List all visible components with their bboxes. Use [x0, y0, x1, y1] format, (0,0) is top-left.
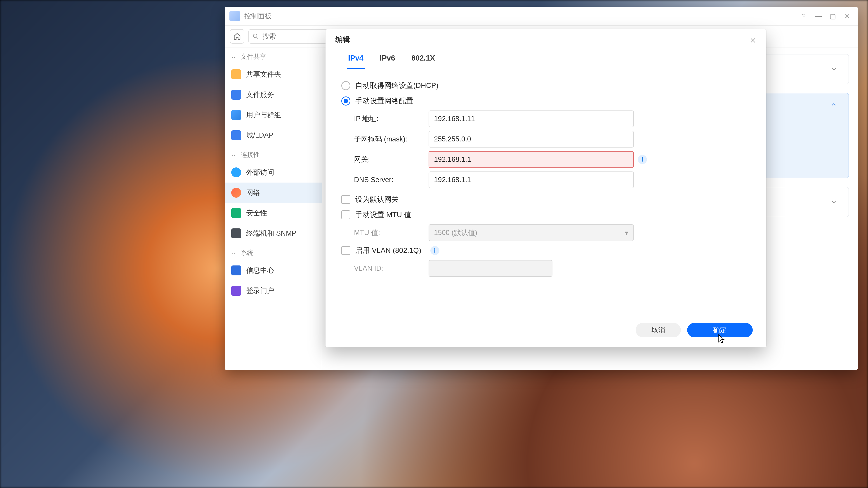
checkbox-label: 手动设置 MTU 值	[355, 210, 411, 220]
tab-8021x[interactable]: 802.1X	[410, 50, 436, 69]
radio-label: 手动设置网络配置	[355, 96, 413, 106]
checkbox-enable-vlan[interactable]: 启用 VLAN (802.1Q) i	[341, 243, 750, 258]
label-ip-address: IP 地址:	[354, 114, 429, 124]
checkbox-icon	[341, 210, 350, 219]
checkbox-icon	[341, 195, 350, 204]
modal-tabs: IPv4 IPv6 802.1X	[337, 50, 755, 69]
checkbox-manual-mtu[interactable]: 手动设置 MTU 值	[341, 207, 750, 223]
info-icon[interactable]: i	[638, 155, 647, 164]
tab-ipv4[interactable]: IPv4	[347, 50, 365, 69]
label-mtu-value: MTU 值:	[354, 228, 429, 237]
input-subnet-mask[interactable]	[429, 131, 634, 148]
radio-label: 自动取得网络设置(DHCP)	[355, 80, 438, 91]
checkbox-label: 启用 VLAN (802.1Q)	[355, 246, 421, 256]
chevron-down-icon: ▾	[625, 229, 628, 237]
input-gateway[interactable]	[429, 151, 634, 168]
label-subnet-mask: 子网掩码 (mask):	[354, 134, 429, 144]
edit-network-modal: 编辑 IPv4 IPv6 802.1X 自动取得网络设置(DHCP) 手动设置网…	[326, 29, 766, 347]
ok-button[interactable]: 确定	[687, 323, 753, 337]
tab-ipv6[interactable]: IPv6	[378, 50, 397, 69]
checkbox-default-gateway[interactable]: 设为默认网关	[341, 192, 750, 207]
input-ip-address[interactable]	[429, 110, 634, 127]
info-icon[interactable]: i	[430, 246, 439, 255]
label-dns-server: DNS Server:	[354, 176, 429, 184]
modal-body: 自动取得网络设置(DHCP) 手动设置网络配置 IP 地址: 子网掩码 (mas…	[326, 69, 766, 318]
modal-header: 编辑	[326, 29, 766, 50]
modal-overlay: 编辑 IPv4 IPv6 802.1X 自动取得网络设置(DHCP) 手动设置网…	[0, 0, 868, 488]
select-mtu-value: 1500 (默认值)	[434, 228, 477, 237]
cancel-button[interactable]: 取消	[636, 323, 681, 337]
checkbox-icon	[341, 246, 350, 255]
label-vlan-id: VLAN ID:	[354, 264, 429, 272]
close-icon	[749, 37, 756, 44]
select-mtu: 1500 (默认值) ▾	[429, 224, 634, 241]
label-gateway: 网关:	[354, 155, 429, 164]
modal-title: 编辑	[336, 35, 350, 44]
checkbox-label: 设为默认网关	[355, 195, 399, 204]
modal-close-button[interactable]	[747, 35, 758, 46]
radio-icon-checked	[341, 96, 350, 105]
modal-footer: 取消 确定	[326, 318, 766, 347]
radio-icon	[341, 81, 350, 90]
radio-dhcp[interactable]: 自动取得网络设置(DHCP)	[341, 78, 750, 93]
radio-manual[interactable]: 手动设置网络配置	[341, 93, 750, 109]
input-dns-server[interactable]	[429, 171, 634, 188]
input-vlan-id	[429, 260, 553, 277]
